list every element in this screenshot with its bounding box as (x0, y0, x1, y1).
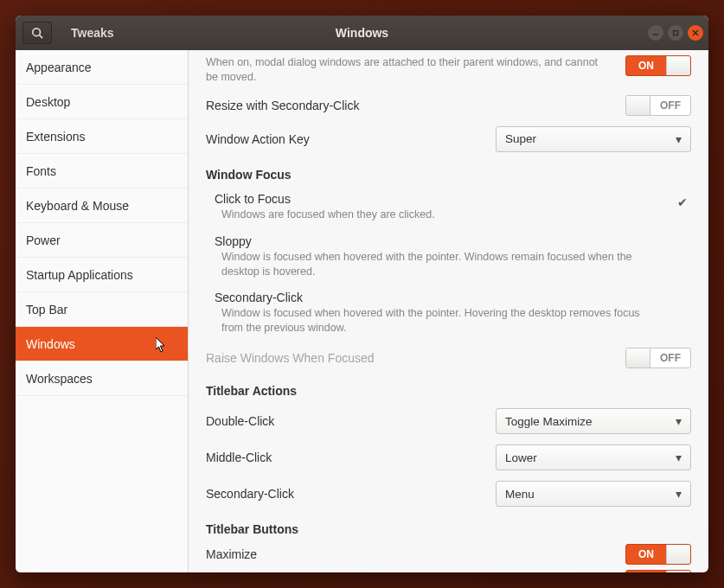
double-click-label: Double-Click (206, 414, 274, 428)
attach-modal-desc: When on, modal dialog windows are attach… (206, 55, 612, 85)
tweaks-window: Tweaks Windows Appearance Desktop Extens… (16, 16, 708, 572)
sidebar-item-label: Windows (26, 337, 75, 351)
chevron-down-icon: ▾ (676, 414, 682, 428)
sidebar-item-startup-applications[interactable]: Startup Applications (16, 258, 188, 292)
toggle-off-label: OFF (650, 352, 690, 364)
toggle-knob (666, 56, 690, 75)
sidebar-item-label: Desktop (26, 95, 70, 109)
select-value: Toggle Maximize (505, 415, 593, 428)
titlebar: Tweaks Windows (16, 16, 708, 50)
secondary-click-select[interactable]: Menu ▾ (496, 481, 691, 507)
raise-when-focused-toggle[interactable]: OFF (625, 348, 691, 368)
sidebar-item-label: Top Bar (26, 303, 67, 316)
focus-option-desc: Window is focused when hovered with the … (215, 306, 656, 336)
row-window-action-key: Window Action Key Super ▾ (206, 121, 691, 157)
raise-when-focused-label: Raise Windows When Focused (206, 351, 375, 365)
toggle-on-label: ON (626, 60, 666, 72)
row-secondary-click: Secondary-Click Menu ▾ (206, 476, 691, 512)
double-click-select[interactable]: Toggle Maximize ▾ (496, 408, 691, 434)
svg-point-0 (33, 29, 41, 36)
toggle-knob (666, 571, 690, 572)
window-maximize-button[interactable] (668, 25, 683, 41)
sidebar-item-fonts[interactable]: Fonts (16, 154, 188, 189)
sidebar-item-desktop[interactable]: Desktop (16, 85, 188, 119)
row-minimize: Minimize ON (206, 567, 691, 572)
toggle-knob (666, 545, 690, 564)
row-maximize: Maximize ON (206, 541, 691, 567)
select-value: Super (505, 132, 536, 145)
close-icon (692, 29, 699, 36)
select-value: Menu (505, 488, 535, 501)
maximize-toggle[interactable]: ON (625, 544, 691, 565)
page-title: Windows (336, 26, 388, 40)
focus-option-click[interactable]: Click to Focus Windows are focused when … (206, 187, 691, 229)
window-action-key-label: Window Action Key (206, 132, 310, 146)
window-close-button[interactable] (688, 25, 703, 41)
maximize-label: Maximize (206, 547, 257, 561)
select-value: Lower (505, 451, 537, 464)
minimize-toggle[interactable]: ON (625, 570, 691, 572)
sidebar: Appearance Desktop Extensions Fonts Keyb… (16, 50, 189, 572)
heading-titlebar-buttons: Titlebar Buttons (206, 522, 691, 536)
sidebar-item-keyboard-mouse[interactable]: Keyboard & Mouse (16, 189, 188, 223)
toggle-on-label: ON (626, 548, 666, 560)
sidebar-item-label: Startup Applications (26, 268, 133, 282)
focus-option-desc: Window is focused when hovered with the … (215, 250, 656, 279)
toggle-off-label: OFF (650, 99, 690, 112)
svg-line-1 (40, 35, 43, 39)
minimize-icon (652, 29, 659, 36)
window-action-key-select[interactable]: Super ▾ (496, 126, 691, 152)
sidebar-item-label: Keyboard & Mouse (26, 199, 129, 213)
resize-secondary-label: Resize with Secondary-Click (206, 99, 359, 112)
chevron-down-icon: ▾ (676, 132, 682, 146)
chevron-down-icon: ▾ (676, 487, 682, 501)
sidebar-item-label: Power (26, 233, 61, 247)
sidebar-item-label: Workspaces (26, 372, 93, 386)
sidebar-item-windows[interactable]: Windows (16, 327, 188, 361)
maximize-icon (672, 29, 679, 36)
window-minimize-button[interactable] (648, 25, 663, 41)
secondary-click-label: Secondary-Click (206, 487, 294, 501)
heading-window-focus: Window Focus (206, 168, 691, 182)
svg-rect-3 (674, 31, 678, 35)
resize-secondary-toggle[interactable]: OFF (625, 95, 691, 116)
row-resize-secondary: Resize with Secondary-Click OFF (206, 90, 691, 121)
mouse-cursor-icon (156, 337, 166, 353)
search-button[interactable] (22, 22, 52, 44)
app-title: Tweaks (71, 26, 114, 40)
content-pane: When on, modal dialog windows are attach… (189, 50, 708, 572)
toggle-knob (626, 348, 650, 368)
focus-option-title: Sloppy (215, 234, 684, 248)
focus-option-secondary-click[interactable]: Secondary-Click Window is focused when h… (206, 285, 691, 342)
focus-option-sloppy[interactable]: Sloppy Window is focused when hovered wi… (206, 229, 691, 286)
middle-click-label: Middle-Click (206, 451, 272, 464)
focus-option-title: Click to Focus (215, 192, 684, 206)
row-middle-click: Middle-Click Lower ▾ (206, 439, 691, 476)
sidebar-item-label: Fonts (26, 164, 56, 178)
middle-click-select[interactable]: Lower ▾ (496, 444, 691, 470)
row-double-click: Double-Click Toggle Maximize ▾ (206, 403, 691, 439)
sidebar-item-power[interactable]: Power (16, 223, 188, 258)
attach-modal-toggle[interactable]: ON (625, 55, 691, 76)
chevron-down-icon: ▾ (676, 451, 682, 464)
heading-titlebar-actions: Titlebar Actions (206, 384, 691, 398)
sidebar-item-label: Extensions (26, 130, 85, 144)
toggle-knob (626, 96, 650, 115)
sidebar-item-workspaces[interactable]: Workspaces (16, 361, 188, 396)
search-icon (31, 27, 43, 39)
focus-option-title: Secondary-Click (215, 291, 684, 304)
sidebar-item-top-bar[interactable]: Top Bar (16, 292, 188, 327)
sidebar-item-label: Appearance (26, 61, 92, 74)
row-raise-when-focused: Raise Windows When Focused OFF (206, 342, 691, 374)
row-attach-modal: When on, modal dialog windows are attach… (206, 50, 691, 90)
sidebar-item-extensions[interactable]: Extensions (16, 119, 188, 154)
check-icon: ✔ (677, 195, 688, 209)
sidebar-item-appearance[interactable]: Appearance (16, 50, 188, 85)
focus-option-desc: Windows are focused when they are clicke… (215, 208, 656, 222)
